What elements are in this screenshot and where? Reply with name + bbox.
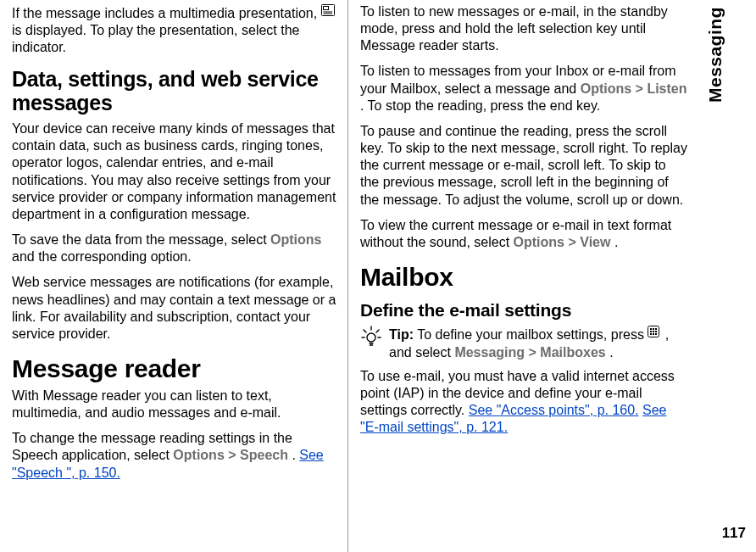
svg-rect-17 bbox=[653, 331, 654, 332]
svg-rect-13 bbox=[650, 328, 652, 330]
menu-path-separator: > bbox=[636, 81, 648, 96]
menu-key-icon bbox=[648, 325, 659, 342]
paragraph: To use e-mail, you must have a valid int… bbox=[360, 368, 688, 437]
text: . bbox=[614, 235, 618, 249]
svg-point-4 bbox=[367, 333, 375, 342]
paragraph: If the message includes a multimedia pre… bbox=[12, 3, 341, 57]
menu-path-mailboxes: Mailboxes bbox=[540, 345, 605, 360]
section-label: Messaging bbox=[705, 7, 725, 103]
svg-rect-16 bbox=[650, 331, 652, 332]
link-access-points[interactable]: See "Access points", p. 160. bbox=[469, 403, 639, 417]
svg-rect-18 bbox=[655, 331, 657, 332]
paragraph: With Message reader you can listen to te… bbox=[12, 388, 341, 421]
menu-path-separator: > bbox=[568, 235, 580, 249]
text: If the message includes a multimedia pre… bbox=[12, 6, 321, 20]
tip-icon bbox=[360, 325, 382, 347]
svg-rect-15 bbox=[655, 328, 657, 330]
paragraph: Web service messages are notifications (… bbox=[12, 274, 341, 343]
column-right: To listen to new messages or e-mail, in … bbox=[347, 0, 695, 552]
menu-path-messaging: Messaging bbox=[454, 345, 525, 360]
heading-message-reader: Message reader bbox=[12, 354, 341, 382]
menu-path-options: Options bbox=[581, 81, 631, 96]
paragraph: Your device can receive many kinds of me… bbox=[12, 120, 341, 223]
text: is displayed. To play the presentation, … bbox=[12, 23, 299, 54]
heading-data-settings: Data, settings, and web service messages bbox=[12, 67, 341, 116]
multimedia-presentation-icon bbox=[321, 3, 335, 20]
menu-path-separator: > bbox=[228, 448, 240, 462]
svg-line-8 bbox=[364, 330, 366, 332]
page-number: 117 bbox=[722, 525, 746, 542]
svg-rect-14 bbox=[653, 328, 654, 330]
tip-block: Tip: To define your mailbox settings, pr… bbox=[360, 325, 688, 360]
svg-rect-21 bbox=[655, 333, 657, 335]
svg-rect-19 bbox=[650, 333, 652, 335]
menu-path-separator: > bbox=[529, 345, 541, 360]
paragraph: To save the data from the message, selec… bbox=[12, 231, 341, 265]
tip-label: Tip: bbox=[389, 328, 414, 343]
manual-page: If the message includes a multimedia pre… bbox=[0, 0, 756, 552]
sidebar: Messaging bbox=[695, 0, 736, 552]
column-left: If the message includes a multimedia pre… bbox=[0, 0, 347, 552]
text: To save the data from the message, selec… bbox=[12, 232, 270, 247]
svg-line-9 bbox=[376, 330, 379, 332]
menu-path-options: Options bbox=[514, 235, 564, 249]
paragraph: To change the message reading settings i… bbox=[12, 430, 341, 481]
text: . bbox=[609, 345, 613, 360]
text: and the corresponding option. bbox=[12, 249, 192, 264]
menu-path-listen: Listen bbox=[647, 81, 687, 96]
menu-path-options: Options bbox=[270, 232, 321, 247]
tip-text: Tip: To define your mailbox settings, pr… bbox=[389, 325, 688, 360]
menu-path-speech: Speech bbox=[240, 448, 288, 462]
svg-rect-1 bbox=[323, 7, 328, 10]
paragraph: To listen to messages from your Inbox or… bbox=[360, 63, 688, 114]
paragraph: To pause and continue the reading, press… bbox=[360, 123, 688, 209]
text: . To stop the reading, press the end key… bbox=[360, 98, 600, 113]
text: . bbox=[292, 448, 299, 462]
heading-mailbox: Mailbox bbox=[360, 263, 688, 291]
menu-path-options: Options bbox=[173, 448, 224, 462]
menu-path-view: View bbox=[580, 235, 610, 249]
paragraph: To view the current message or e-mail in… bbox=[360, 217, 688, 251]
text: To define your mailbox settings, press bbox=[417, 328, 648, 343]
paragraph: To listen to new messages or e-mail, in … bbox=[360, 3, 688, 54]
svg-rect-20 bbox=[653, 333, 654, 335]
heading-define-email: Define the e-mail settings bbox=[360, 299, 688, 321]
